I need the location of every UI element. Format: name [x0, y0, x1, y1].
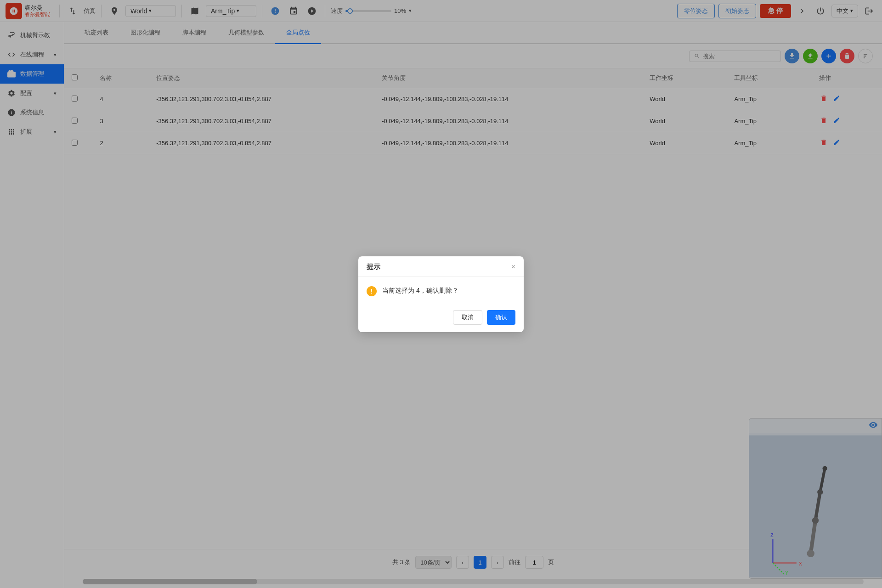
dialog-close-button[interactable]: ×	[511, 263, 515, 271]
cancel-button[interactable]: 取消	[453, 310, 482, 325]
dialog-footer: 取消 确认	[358, 305, 524, 332]
modal-overlay: 提示 × ! 当前选择为 4，确认删除？ 取消 确认	[0, 0, 882, 588]
dialog-body: ! 当前选择为 4，确认删除？	[358, 277, 524, 305]
warning-icon: !	[367, 286, 377, 296]
confirm-dialog: 提示 × ! 当前选择为 4，确认删除？ 取消 确认	[358, 256, 524, 332]
dialog-header: 提示 ×	[358, 256, 524, 277]
confirm-button[interactable]: 确认	[487, 310, 515, 325]
dialog-message: 当前选择为 4，确认删除？	[382, 286, 458, 295]
dialog-title: 提示	[367, 263, 380, 271]
